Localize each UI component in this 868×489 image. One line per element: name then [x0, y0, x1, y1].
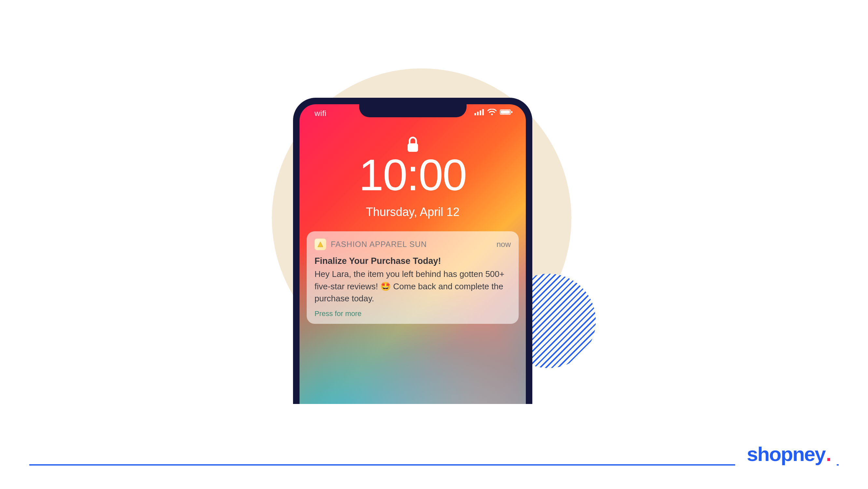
cellular-icon — [474, 109, 484, 115]
notification-card[interactable]: FASHION APPAREL SUN now Finalize Your Pu… — [307, 231, 519, 324]
stage: wifi — [0, 0, 868, 489]
brand-dot: . — [826, 442, 832, 465]
status-wifi-label: wifi — [314, 109, 327, 118]
svg-rect-0 — [474, 113, 476, 115]
notification-body: Hey Lara, the item you left behind has g… — [314, 268, 511, 305]
phone-frame: wifi — [293, 98, 532, 404]
svg-rect-1 — [477, 112, 478, 115]
notification-title: Finalize Your Purchase Today! — [314, 256, 511, 266]
svg-rect-7 — [511, 111, 513, 113]
svg-point-4 — [491, 113, 493, 115]
svg-marker-9 — [318, 242, 323, 247]
footer-divider — [29, 464, 839, 465]
status-right-icons — [474, 109, 513, 115]
battery-icon — [500, 109, 513, 115]
lockscreen-date: Thursday, April 12 — [300, 205, 526, 219]
svg-rect-6 — [501, 110, 510, 114]
notification-timestamp: now — [497, 240, 511, 249]
phone-notch — [359, 98, 467, 117]
notification-app-icon — [314, 238, 326, 250]
phone-screen: wifi — [300, 104, 526, 404]
brand-logo: shopney . — [735, 442, 837, 467]
brand-name: shopney — [747, 442, 825, 465]
svg-rect-3 — [482, 109, 484, 115]
notification-press-for-more[interactable]: Press for more — [314, 310, 511, 318]
notification-app-name: FASHION APPAREL SUN — [331, 240, 427, 249]
wifi-icon — [487, 109, 497, 115]
notification-header: FASHION APPAREL SUN now — [314, 238, 511, 250]
svg-rect-2 — [479, 110, 481, 115]
lockscreen-time: 10:00 — [300, 149, 526, 202]
